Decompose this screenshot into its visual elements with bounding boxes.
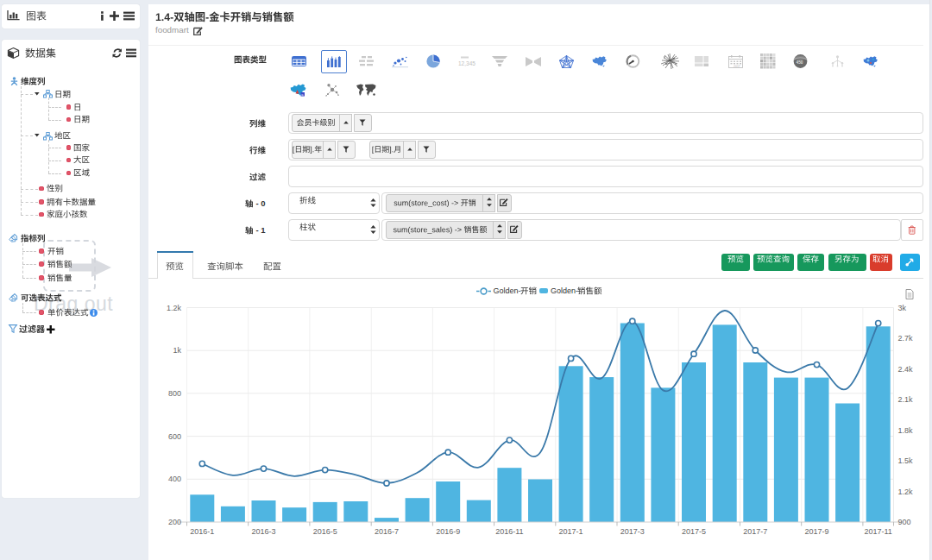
svg-text:2017: 2017	[734, 64, 740, 67]
svg-text:2016-3: 2016-3	[251, 527, 275, 536]
svg-text:450: 450	[797, 60, 803, 65]
svg-text:1.2k: 1.2k	[167, 304, 182, 312]
svg-text:200: 200	[168, 518, 181, 526]
svg-text:1.2k: 1.2k	[898, 488, 914, 496]
svg-text:2017-11: 2017-11	[865, 527, 892, 536]
svg-text:2016-1: 2016-1	[190, 527, 214, 536]
svg-text:12,345: 12,345	[458, 60, 475, 66]
svg-text:2016-7: 2016-7	[375, 527, 399, 536]
svg-text:2016-9: 2016-9	[436, 527, 460, 536]
svg-text:2016-5: 2016-5	[313, 527, 337, 536]
svg-text:1.8k: 1.8k	[898, 426, 914, 435]
svg-text:2017-7: 2017-7	[743, 527, 767, 536]
svg-text:2.4k: 2.4k	[898, 365, 914, 374]
svg-text:2017-9: 2017-9	[804, 527, 828, 536]
svg-text:2017-3: 2017-3	[620, 527, 645, 536]
svg-text:3k: 3k	[898, 304, 907, 312]
svg-text:900: 900	[898, 518, 911, 526]
svg-text:800: 800	[168, 389, 181, 398]
svg-text:2.1k: 2.1k	[898, 395, 914, 404]
svg-text:1k: 1k	[173, 346, 181, 355]
svg-text:2016-11: 2016-11	[495, 527, 523, 536]
svg-text:2017-5: 2017-5	[682, 527, 706, 536]
svg-text:1.5k: 1.5k	[898, 456, 914, 465]
svg-text:2017-1: 2017-1	[559, 527, 583, 536]
svg-text:400: 400	[168, 475, 181, 483]
svg-text:2.7k: 2.7k	[898, 334, 914, 343]
svg-text:600: 600	[168, 432, 181, 441]
